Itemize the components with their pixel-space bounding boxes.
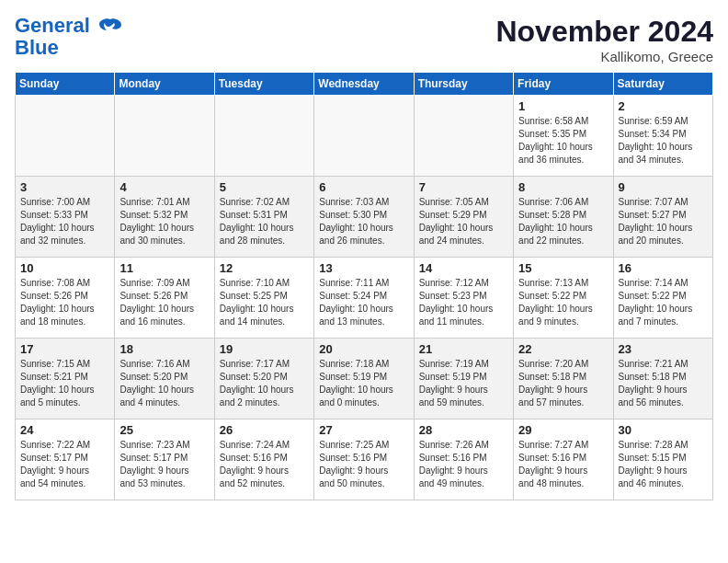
day-cell: 17Sunrise: 7:15 AM Sunset: 5:21 PM Dayli… <box>16 339 115 419</box>
day-cell: 21Sunrise: 7:19 AM Sunset: 5:19 PM Dayli… <box>414 339 513 419</box>
day-cell: 11Sunrise: 7:09 AM Sunset: 5:26 PM Dayli… <box>115 258 214 339</box>
day-info: Sunrise: 7:10 AM Sunset: 5:25 PM Dayligh… <box>220 277 309 328</box>
title-block: November 2024 Kallikomo, Greece <box>495 15 713 64</box>
day-cell: 4Sunrise: 7:01 AM Sunset: 5:32 PM Daylig… <box>115 177 214 258</box>
day-cell: 20Sunrise: 7:18 AM Sunset: 5:19 PM Dayli… <box>314 339 414 419</box>
header-sunday: Sunday <box>16 73 115 96</box>
day-number: 26 <box>220 423 309 437</box>
day-info: Sunrise: 7:00 AM Sunset: 5:33 PM Dayligh… <box>20 196 109 247</box>
day-cell: 15Sunrise: 7:13 AM Sunset: 5:22 PM Dayli… <box>514 258 613 339</box>
day-number: 10 <box>20 261 109 275</box>
day-number: 5 <box>220 180 309 194</box>
day-number: 21 <box>419 342 508 356</box>
day-cell: 2Sunrise: 6:59 AM Sunset: 5:34 PM Daylig… <box>613 96 712 177</box>
day-number: 12 <box>220 261 309 275</box>
day-number: 24 <box>20 423 109 437</box>
header-monday: Monday <box>115 73 214 96</box>
day-number: 20 <box>319 342 408 356</box>
day-cell: 8Sunrise: 7:06 AM Sunset: 5:28 PM Daylig… <box>514 177 613 258</box>
week-row-1: 1Sunrise: 6:58 AM Sunset: 5:35 PM Daylig… <box>16 96 713 177</box>
day-number: 29 <box>518 423 608 437</box>
day-info: Sunrise: 7:06 AM Sunset: 5:28 PM Dayligh… <box>518 196 608 247</box>
day-cell: 28Sunrise: 7:26 AM Sunset: 5:16 PM Dayli… <box>414 419 513 500</box>
logo-bird-icon <box>97 17 123 36</box>
day-info: Sunrise: 7:18 AM Sunset: 5:19 PM Dayligh… <box>319 358 408 409</box>
day-cell: 5Sunrise: 7:02 AM Sunset: 5:31 PM Daylig… <box>214 177 313 258</box>
day-info: Sunrise: 7:02 AM Sunset: 5:31 PM Dayligh… <box>220 196 309 247</box>
day-number: 2 <box>619 99 708 113</box>
day-info: Sunrise: 7:13 AM Sunset: 5:22 PM Dayligh… <box>518 277 608 328</box>
day-cell: 16Sunrise: 7:14 AM Sunset: 5:22 PM Dayli… <box>613 258 712 339</box>
day-info: Sunrise: 7:01 AM Sunset: 5:32 PM Dayligh… <box>119 196 209 247</box>
day-info: Sunrise: 7:15 AM Sunset: 5:21 PM Dayligh… <box>20 358 109 409</box>
day-number: 3 <box>20 180 109 194</box>
day-cell: 18Sunrise: 7:16 AM Sunset: 5:20 PM Dayli… <box>115 339 214 419</box>
logo-text: General <box>15 15 123 37</box>
day-cell: 7Sunrise: 7:05 AM Sunset: 5:29 PM Daylig… <box>414 177 513 258</box>
day-cell: 12Sunrise: 7:10 AM Sunset: 5:25 PM Dayli… <box>214 258 313 339</box>
day-number: 9 <box>619 180 708 194</box>
day-number: 22 <box>518 342 608 356</box>
day-info: Sunrise: 7:08 AM Sunset: 5:26 PM Dayligh… <box>20 277 109 328</box>
day-number: 17 <box>20 342 109 356</box>
day-number: 18 <box>119 342 209 356</box>
header-wednesday: Wednesday <box>314 73 414 96</box>
week-row-4: 17Sunrise: 7:15 AM Sunset: 5:21 PM Dayli… <box>16 339 713 419</box>
day-number: 14 <box>419 261 508 275</box>
day-number: 13 <box>319 261 408 275</box>
day-number: 25 <box>119 423 209 437</box>
day-info: Sunrise: 7:27 AM Sunset: 5:16 PM Dayligh… <box>518 439 608 490</box>
day-info: Sunrise: 7:05 AM Sunset: 5:29 PM Dayligh… <box>419 196 508 247</box>
day-cell: 24Sunrise: 7:22 AM Sunset: 5:17 PM Dayli… <box>16 419 115 500</box>
location: Kallikomo, Greece <box>495 49 713 64</box>
day-cell: 6Sunrise: 7:03 AM Sunset: 5:30 PM Daylig… <box>314 177 414 258</box>
day-info: Sunrise: 7:16 AM Sunset: 5:20 PM Dayligh… <box>119 358 209 409</box>
day-info: Sunrise: 7:26 AM Sunset: 5:16 PM Dayligh… <box>419 439 508 490</box>
day-info: Sunrise: 7:21 AM Sunset: 5:18 PM Dayligh… <box>619 358 708 409</box>
day-number: 6 <box>319 180 408 194</box>
day-info: Sunrise: 7:25 AM Sunset: 5:16 PM Dayligh… <box>319 439 408 490</box>
header-friday: Friday <box>514 73 613 96</box>
day-info: Sunrise: 7:14 AM Sunset: 5:22 PM Dayligh… <box>619 277 708 328</box>
calendar-table: SundayMondayTuesdayWednesdayThursdayFrid… <box>15 72 713 500</box>
day-number: 30 <box>619 423 708 437</box>
day-info: Sunrise: 7:03 AM Sunset: 5:30 PM Dayligh… <box>319 196 408 247</box>
day-cell <box>414 96 513 177</box>
header-saturday: Saturday <box>613 73 712 96</box>
day-cell <box>16 96 115 177</box>
header-row: SundayMondayTuesdayWednesdayThursdayFrid… <box>16 73 713 96</box>
day-cell: 14Sunrise: 7:12 AM Sunset: 5:23 PM Dayli… <box>414 258 513 339</box>
day-cell: 22Sunrise: 7:20 AM Sunset: 5:18 PM Dayli… <box>514 339 613 419</box>
day-info: Sunrise: 7:19 AM Sunset: 5:19 PM Dayligh… <box>419 358 508 409</box>
day-number: 27 <box>319 423 408 437</box>
day-cell: 30Sunrise: 7:28 AM Sunset: 5:15 PM Dayli… <box>613 419 712 500</box>
month-title: November 2024 <box>495 15 713 49</box>
day-cell: 26Sunrise: 7:24 AM Sunset: 5:16 PM Dayli… <box>214 419 313 500</box>
day-info: Sunrise: 7:11 AM Sunset: 5:24 PM Dayligh… <box>319 277 408 328</box>
day-cell: 25Sunrise: 7:23 AM Sunset: 5:17 PM Dayli… <box>115 419 214 500</box>
day-cell: 10Sunrise: 7:08 AM Sunset: 5:26 PM Dayli… <box>16 258 115 339</box>
day-info: Sunrise: 7:12 AM Sunset: 5:23 PM Dayligh… <box>419 277 508 328</box>
day-cell <box>214 96 313 177</box>
day-number: 28 <box>419 423 508 437</box>
page-header: General Blue November 2024 Kallikomo, Gr… <box>15 15 713 64</box>
day-number: 11 <box>119 261 209 275</box>
day-number: 16 <box>619 261 708 275</box>
day-info: Sunrise: 7:28 AM Sunset: 5:15 PM Dayligh… <box>619 439 708 490</box>
week-row-2: 3Sunrise: 7:00 AM Sunset: 5:33 PM Daylig… <box>16 177 713 258</box>
day-cell: 1Sunrise: 6:58 AM Sunset: 5:35 PM Daylig… <box>514 96 613 177</box>
day-cell: 19Sunrise: 7:17 AM Sunset: 5:20 PM Dayli… <box>214 339 313 419</box>
logo: General Blue <box>15 15 123 59</box>
day-cell <box>314 96 414 177</box>
day-cell: 29Sunrise: 7:27 AM Sunset: 5:16 PM Dayli… <box>514 419 613 500</box>
header-tuesday: Tuesday <box>214 73 313 96</box>
day-info: Sunrise: 6:59 AM Sunset: 5:34 PM Dayligh… <box>619 115 708 167</box>
day-info: Sunrise: 6:58 AM Sunset: 5:35 PM Dayligh… <box>518 115 608 167</box>
day-cell <box>115 96 214 177</box>
week-row-5: 24Sunrise: 7:22 AM Sunset: 5:17 PM Dayli… <box>16 419 713 500</box>
day-info: Sunrise: 7:23 AM Sunset: 5:17 PM Dayligh… <box>119 439 209 490</box>
week-row-3: 10Sunrise: 7:08 AM Sunset: 5:26 PM Dayli… <box>16 258 713 339</box>
day-number: 4 <box>119 180 209 194</box>
logo-blue-text: Blue <box>15 37 123 59</box>
header-thursday: Thursday <box>414 73 513 96</box>
